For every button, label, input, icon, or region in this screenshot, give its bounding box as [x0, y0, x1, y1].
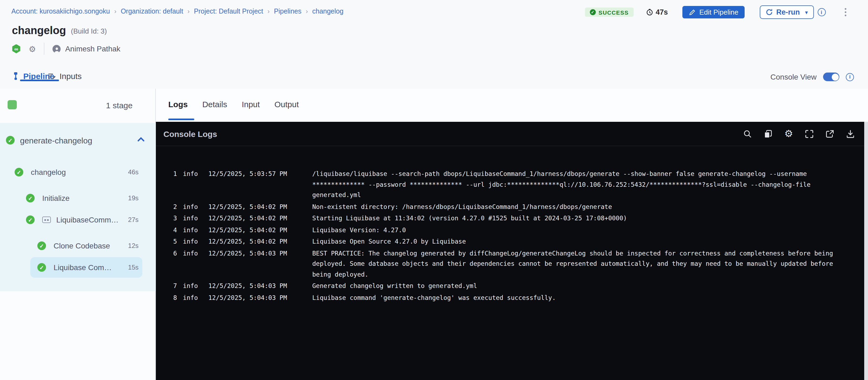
breadcrumb-item[interactable]: Project: Default Project — [194, 7, 263, 15]
step-row[interactable]: ✓ changelog 46s — [0, 161, 156, 183]
top-right-actions: ✓ SUCCESS 47s Edit Pipeline Re-run ▾ i — [585, 6, 847, 19]
breadcrumb-item[interactable]: Organization: default — [121, 7, 183, 15]
log-entry: 5 info 12/5/2025, 5:04:02 PM Liquibase O… — [169, 237, 857, 247]
log-message: Liquibase Open Source 4.27.0 by Liquibas… — [312, 237, 838, 247]
pipeline-icon — [12, 72, 20, 80]
copy-icon[interactable] — [764, 129, 773, 138]
log-tab-bar: LogsDetailsInputOutput — [156, 89, 868, 122]
log-level: info — [183, 248, 198, 280]
step-duration: 19s — [128, 194, 138, 202]
log-entry: 8 info 12/5/2025, 5:04:03 PM Liquibase c… — [169, 293, 857, 303]
step-row[interactable]: ✓ Initialize 19s — [0, 187, 156, 209]
log-line-number: 3 — [169, 213, 177, 224]
log-line-number: 8 — [169, 293, 177, 303]
log-level: info — [183, 293, 198, 303]
success-check-icon: ✓ — [37, 263, 46, 272]
log-timestamp: 12/5/2025, 5:04:03 PM — [208, 281, 287, 292]
log-level: info — [183, 225, 198, 235]
stage-status-square[interactable] — [7, 100, 17, 109]
breadcrumb-item[interactable]: Pipelines — [274, 7, 302, 15]
log-message: BEST PRACTICE: The changelog generated b… — [312, 248, 838, 280]
breadcrumb-item[interactable]: Account: kurosakiichigo.songoku — [11, 7, 110, 15]
log-timestamp: 12/5/2025, 5:04:02 PM — [208, 202, 287, 212]
step-row[interactable]: ✓ LiquibaseComm… 27s — [0, 209, 156, 231]
success-check-icon: ✓ — [37, 241, 46, 250]
stage-summary-row: 1 stage — [0, 89, 156, 123]
log-timestamp: 12/5/2025, 5:04:02 PM — [208, 213, 287, 224]
log-message: Liquibase Version: 4.27.0 — [312, 225, 838, 235]
fullscreen-icon[interactable] — [805, 129, 814, 138]
sidebar-empty-area — [0, 291, 156, 380]
log-line-number: 5 — [169, 237, 177, 247]
inputs-icon — [48, 72, 56, 80]
stage-panel: ✓ generate-changelog ✓ changelog 46s ✓ I… — [0, 123, 156, 292]
settings-icon[interactable]: ⚙ — [784, 129, 793, 138]
log-message: /liquibase/liquibase --search-path dbops… — [312, 169, 838, 201]
app-root: Account: kurosakiichigo.songoku›Organiza… — [0, 0, 868, 380]
step-duration: 12s — [128, 242, 138, 250]
success-check-icon: ✓ — [590, 9, 596, 15]
success-check-icon: ✓ — [6, 136, 14, 145]
console-view-label: Console View — [770, 72, 816, 81]
log-message: Starting Liquibase at 11:34:02 (version … — [312, 213, 838, 224]
console-view-toggle[interactable] — [823, 72, 839, 81]
step-group-icon — [42, 216, 51, 223]
breadcrumb-separator: › — [268, 7, 270, 15]
console-header: Console Logs ⚙ — [156, 122, 868, 146]
divider — [44, 43, 44, 55]
tab-inputs[interactable]: Inputs — [48, 71, 82, 81]
status-text: SUCCESS — [598, 9, 628, 16]
page-title: changelog — [12, 24, 66, 37]
log-list[interactable]: 1 info 12/5/2025, 5:03:57 PM /liquibase/… — [169, 169, 857, 304]
step-label: LiquibaseComm… — [56, 215, 119, 224]
breadcrumb-item[interactable]: changelog — [312, 7, 343, 15]
breadcrumb-separator: › — [114, 7, 116, 15]
step-duration: 46s — [128, 168, 138, 176]
step-duration: 27s — [128, 216, 138, 224]
log-tab-logs[interactable]: Logs — [168, 99, 188, 109]
console-view-info-icon[interactable]: i — [846, 73, 854, 81]
log-line-number: 7 — [169, 281, 177, 292]
log-message: Liquibase command 'generate-changelog' w… — [312, 293, 838, 303]
edit-pipeline-button[interactable]: Edit Pipeline — [682, 6, 745, 19]
rerun-button[interactable]: Re-run ▾ — [760, 5, 814, 19]
log-tab-details[interactable]: Details — [203, 99, 227, 109]
log-level: info — [183, 202, 198, 212]
download-icon[interactable] — [846, 129, 855, 138]
main-tab-bar: Pipeline Inputs Console View i — [0, 65, 868, 89]
log-entry: 2 info 12/5/2025, 5:04:02 PM Non-existen… — [169, 202, 857, 212]
log-timestamp: 12/5/2025, 5:04:02 PM — [208, 225, 287, 235]
console-toolbar: ⚙ — [743, 129, 855, 138]
log-tab-output[interactable]: Output — [274, 99, 299, 109]
open-in-new-icon[interactable] — [825, 129, 834, 138]
pipeline-meta-row: ∞ ⚙ Animesh Pathak — [12, 44, 120, 54]
log-entry: 1 info 12/5/2025, 5:03:57 PM /liquibase/… — [169, 169, 857, 201]
stage-group-header[interactable]: ✓ generate-changelog — [0, 135, 156, 146]
log-timestamp: 12/5/2025, 5:04:02 PM — [208, 237, 287, 247]
log-entry: 3 info 12/5/2025, 5:04:02 PM Starting Li… — [169, 213, 857, 224]
ci-module-icon: ∞ — [12, 44, 21, 53]
duration: 47s — [646, 8, 668, 16]
log-tabs: LogsDetailsInputOutput — [168, 99, 299, 109]
step-label: Initialize — [42, 194, 69, 202]
log-line-number: 2 — [169, 202, 177, 212]
console-panel: Console Logs ⚙ 1 — [156, 122, 868, 380]
gear-icon[interactable]: ⚙ — [29, 45, 36, 53]
step-row[interactable]: ✓ Liquibase Com… 15s — [0, 257, 156, 278]
more-options-button[interactable] — [843, 7, 847, 18]
log-level: info — [183, 213, 198, 224]
console-scrollbar[interactable] — [864, 122, 868, 380]
active-log-tab-underline — [168, 119, 194, 120]
step-row[interactable]: ✓ Clone Codebase 12s — [0, 235, 156, 257]
search-icon[interactable] — [743, 129, 752, 138]
breadcrumb-separator: › — [306, 7, 308, 15]
step-label: Clone Codebase — [54, 241, 110, 250]
log-entry: 4 info 12/5/2025, 5:04:02 PM Liquibase V… — [169, 225, 857, 235]
chevron-up-icon[interactable] — [137, 137, 145, 142]
success-check-icon: ✓ — [26, 215, 35, 224]
info-icon[interactable]: i — [817, 8, 826, 16]
log-tab-input[interactable]: Input — [242, 99, 260, 109]
clock-icon — [646, 9, 653, 16]
log-entry: 7 info 12/5/2025, 5:04:03 PM Generated c… — [169, 281, 857, 292]
pencil-icon — [689, 9, 695, 16]
